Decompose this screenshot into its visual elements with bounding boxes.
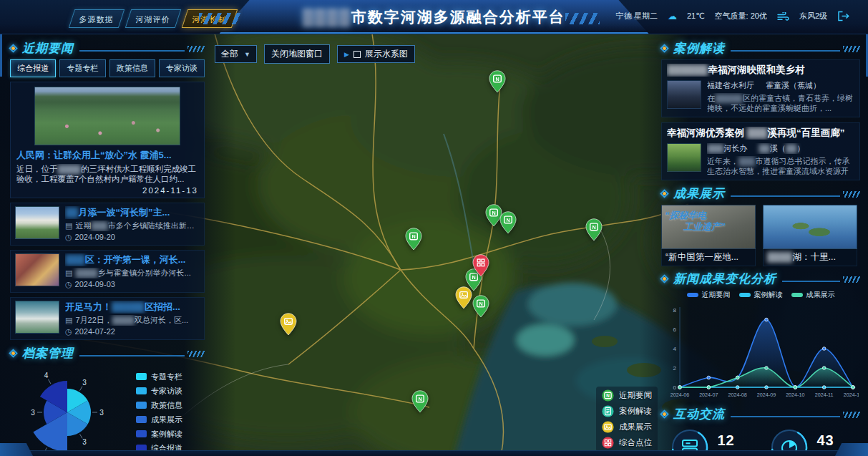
case-item[interactable]: 幸福河湖优秀案例 ███溪再现“百里画廊” ███河长办 ██溪（██） 近年来…	[661, 122, 860, 180]
map-pin-news[interactable]: N	[499, 211, 517, 238]
section-header-line	[731, 45, 860, 52]
cloud-icon: ☁	[668, 11, 677, 21]
map-legend-item-case[interactable]: 案例解读	[602, 405, 652, 417]
achievements-section-header: 成果展示	[661, 185, 860, 202]
achievement-image: “探秘华电 工业遗产”	[661, 205, 756, 249]
news-thumbnail	[15, 253, 59, 286]
svg-text:N: N	[592, 224, 595, 231]
case-body: 近年来，███市遵循习总书记指示，传承生态治水智慧，推进霍童溪流域水资源开发与.…	[707, 156, 854, 176]
map-legend-label: 综合点位	[619, 437, 652, 448]
news-item-subtitle: ▤████乡与霍童镇分别举办河长...	[65, 268, 200, 278]
news-section-title: 近期要闻	[22, 40, 74, 57]
achievements-section-title: 成果展示	[673, 185, 725, 202]
left-edge-accent	[0, 34, 2, 77]
analysis-section-header: 新闻成果变化分析	[661, 271, 860, 287]
map-pin-achievement[interactable]	[455, 286, 473, 313]
checkbox-icon	[353, 51, 361, 58]
svg-text:N: N	[479, 301, 482, 307]
news-list-item[interactable]: ██月添一波“河长制”主... ▤近期███市多个乡镇陆续推出新一... ◷20…	[10, 203, 205, 246]
map-legend-item-combined[interactable]: 综合点位	[602, 437, 652, 449]
case-thumbnail	[667, 80, 701, 109]
line-chart-legend-item: 成果展示	[791, 290, 835, 300]
cases-section-header: 案例解读	[661, 40, 860, 57]
news-list-item[interactable]: 开足马力！█████区招招... ▤7月22日，████双总河长，区... ◷2…	[10, 297, 205, 340]
news-tab-comprehensive[interactable]: 综合报道	[10, 59, 56, 77]
water-system-layer-label: 展示水系图	[365, 48, 408, 60]
weather-temp: 21℃	[687, 11, 705, 21]
section-header-line	[79, 45, 205, 52]
top-header: ████市数字河湖多源融合分析平台 多源数据 河湖评价 河湖长制 宁德 星期二 …	[0, 0, 868, 34]
interaction-section-title: 互动交流	[673, 406, 725, 422]
news-item-subtitle: ▤近期███市多个乡镇陆续推出新一...	[65, 220, 200, 231]
marker-filter-select[interactable]: 全部 ▼	[215, 45, 257, 63]
svg-text:2: 2	[673, 365, 677, 372]
archive-section-header: 档案管理	[10, 345, 205, 362]
analysis-section-title: 新闻成果变化分析	[673, 271, 776, 287]
case-legend-icon	[602, 405, 614, 417]
rose-legend-item: 案例解读	[136, 429, 182, 440]
news-featured-title: 人民网：让群众用上“放心”水 霞浦5...	[16, 149, 198, 162]
combined-legend-icon	[602, 437, 614, 449]
line-chart-legend-item: 近期要闻	[687, 290, 731, 300]
map-pin-news[interactable]: N	[472, 295, 490, 321]
map-pin-news[interactable]: N	[411, 390, 429, 417]
nav-tab-multi-source-data[interactable]: 多源数据	[69, 9, 125, 28]
map-pin-achievement[interactable]	[280, 313, 298, 339]
map-pin-news[interactable]: N	[405, 228, 423, 254]
achievement-cards: “探秘华电 工业遗产” “新中国第一座地... ████湖：十里...	[661, 205, 860, 266]
clock-icon: ◷	[65, 233, 72, 241]
line-chart-legend-item: 案例解读	[739, 290, 783, 300]
achievement-image	[763, 205, 857, 249]
case-item[interactable]: ██████幸福河湖映照和美乡村 福建省水利厅 霍童溪（蕉城） 在█████区的…	[661, 59, 860, 117]
news-featured-image	[34, 87, 180, 145]
clock-icon: ◷	[65, 280, 72, 288]
line-chart-svg: 024682024-062024-072024-082024-092024-10…	[661, 300, 859, 404]
map-pin-news[interactable]: N	[585, 218, 603, 245]
map-pin-combined[interactable]	[472, 254, 490, 281]
section-header-line	[731, 190, 860, 198]
diamond-icon	[9, 349, 18, 358]
case-meta: ███河长办 ██溪（██）	[707, 143, 854, 154]
line-chart-legend: 近期要闻案例解读成果展示	[661, 290, 860, 300]
news-thumbnail	[15, 206, 59, 239]
exit-icon[interactable]	[837, 11, 849, 21]
achievement-card[interactable]: ████湖：十里...	[763, 205, 857, 266]
svg-text:4: 4	[44, 372, 49, 379]
news-featured-card[interactable]: 人民网：让群众用上“放心”水 霞浦5... 近日，位于████的三坪村供水工程顺…	[10, 82, 205, 198]
nav-tab-river-lake-evaluation[interactable]: 河湖评价	[125, 9, 181, 28]
news-tab-expert-interview[interactable]: 专家访谈	[159, 59, 205, 77]
news-tab-special-column[interactable]: 专题专栏	[59, 59, 105, 77]
news-category-tabs: 综合报道 专题专栏 政策信息 专家访谈	[10, 59, 205, 77]
document-icon: ▤	[65, 316, 72, 324]
cases-section-title: 案例解读	[673, 40, 725, 57]
water-system-layer-toggle[interactable]: ▶ 展示水系图	[337, 45, 415, 63]
svg-text:0: 0	[673, 384, 677, 391]
interaction-section-header: 互动交流	[661, 406, 860, 422]
achievement-legend-icon	[602, 421, 614, 433]
header-weather-bar: 宁德 星期二 ☁ 21℃ 空气质量: 20优 东风2级	[616, 11, 849, 21]
diamond-icon	[660, 274, 669, 283]
document-icon: ▤	[65, 221, 72, 230]
rose-legend-item: 成果展示	[136, 414, 182, 425]
archive-section-title: 档案管理	[22, 345, 74, 362]
map-legend-item-news[interactable]: N近期要闻	[602, 389, 652, 402]
news-item-date: ◷2024-07-22	[65, 327, 200, 336]
map-controls: 全部 ▼ 关闭地图窗口 ▶ 展示水系图	[215, 44, 415, 64]
rose-legend-item: 专家访谈	[136, 386, 182, 397]
case-meta: 福建省水利厅 霍童溪（蕉城）	[707, 80, 854, 91]
map-legend-item-achievement[interactable]: 成果展示	[602, 421, 652, 433]
diamond-icon	[660, 189, 669, 198]
achievement-card[interactable]: “探秘华电 工业遗产” “新中国第一座地...	[661, 205, 756, 266]
svg-text:N: N	[495, 76, 499, 82]
svg-text:2024-11: 2024-11	[815, 392, 834, 398]
news-list-item[interactable]: ███区：开学第一课，河长... ▤████乡与霍童镇分别举办河长... ◷20…	[10, 250, 205, 293]
news-tab-policy-info[interactable]: 政策信息	[109, 59, 155, 77]
news-item-date: ◷2024-09-20	[65, 233, 200, 242]
svg-text:4: 4	[673, 346, 677, 352]
close-map-window-button[interactable]: 关闭地图窗口	[264, 44, 330, 64]
map-pin-news[interactable]: N	[489, 70, 507, 97]
achievement-overlay-text: “探秘华电 工业遗产”	[665, 210, 726, 233]
svg-text:2024-08: 2024-08	[728, 392, 746, 398]
header-slash-decor-right	[565, 13, 600, 24]
map-legend-label: 成果展示	[619, 422, 652, 432]
